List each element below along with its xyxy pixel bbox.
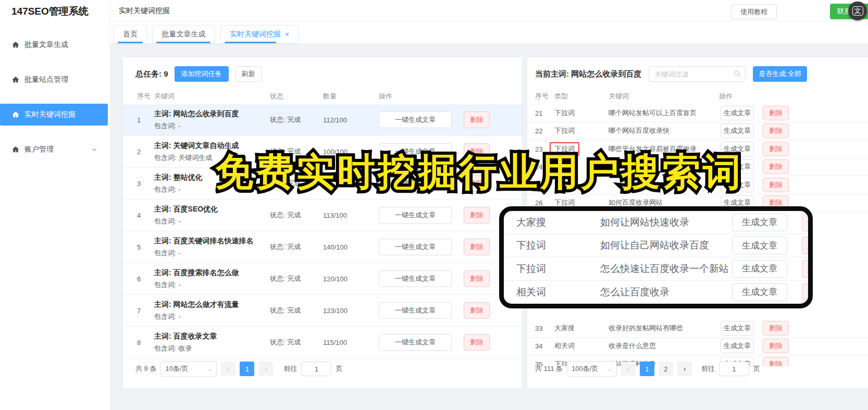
table-row[interactable]: 7 主词: 网站怎么做才有流量 包含词: - 状态: 完成 123/100 一键… — [123, 295, 522, 327]
delete-button[interactable]: 删除 — [802, 214, 813, 231]
next-page-button[interactable]: › — [677, 362, 692, 376]
table-row[interactable]: 4 主词: 百度SEO优化 包含词: - 状态: 完成 113/100 一键生成… — [123, 200, 522, 231]
home-icon — [11, 41, 20, 49]
sidebar-item-article-generate[interactable]: 批量文章生成 — [0, 34, 108, 56]
generate-article-button[interactable]: 一键生成文章 — [379, 111, 452, 128]
delete-button[interactable]: 删除 — [763, 357, 789, 366]
zoom-table-row: 相关词 怎么让百度收录 生成文章 删除 — [504, 281, 808, 304]
delete-button[interactable]: 删除 — [464, 302, 490, 319]
page-size-select[interactable]: 100条/页 ⌄ — [567, 361, 617, 377]
row-index: 22 — [535, 127, 542, 135]
delete-button[interactable]: 删除 — [763, 339, 789, 353]
row-keyword: 哪个网站发帖可以上百度首页 — [609, 108, 697, 118]
row-keyword: 怎么让百度收录 — [600, 285, 669, 299]
row-type: 相关词 — [554, 341, 575, 351]
tab-home[interactable]: 首页 — [114, 25, 147, 44]
row-index: 7 — [137, 307, 141, 315]
page-size-select[interactable]: 10条/页 ⌄ — [160, 361, 217, 377]
app-root: 147SEO管理系统 批量文章生成 批量站点管理 实时关键词挖掘 账户管理 实时… — [0, 0, 868, 410]
sidebar-item-keyword-mining[interactable]: 实时关键词挖掘 — [0, 104, 108, 126]
generate-article-button[interactable]: 生成文章 — [721, 123, 754, 138]
tab-article-generate[interactable]: 批量文章生成 — [152, 25, 215, 44]
goto-page-input[interactable] — [719, 362, 749, 376]
generate-article-button[interactable]: 生成文章 — [732, 260, 787, 278]
main-keyword: 主词: 百度搜索排名怎么做 — [154, 267, 273, 278]
sidebar-item-account[interactable]: 账户管理 — [0, 139, 108, 160]
generate-article-button[interactable]: 生成文章 — [732, 237, 787, 254]
generate-article-button[interactable]: 一键生成文章 — [379, 207, 452, 223]
delete-button[interactable]: 删除 — [763, 321, 789, 336]
row-index: 21 — [535, 109, 542, 117]
col-keyword: 关键词 — [609, 92, 629, 101]
goto-page-input[interactable] — [301, 362, 331, 376]
row-count: 120/100 — [323, 275, 348, 283]
tab-keyword-mining[interactable]: 实时关键词挖掘 × — [220, 25, 299, 44]
keyword-table-header: 序号 类型 关键词 操作 — [527, 88, 868, 104]
generate-article-button[interactable]: 一键生成文章 — [379, 302, 452, 319]
include-keyword: 包含词: - — [154, 279, 273, 290]
include-keyword: 包含词: - — [154, 247, 273, 258]
delete-button[interactable]: 删除 — [464, 111, 490, 128]
tutorial-button[interactable]: 使用教程 — [731, 4, 777, 19]
row-keyword: 怎么快速让百度收录一个新站 — [600, 262, 729, 276]
generate-article-button[interactable]: 一键生成文章 — [379, 334, 452, 351]
prev-page-button[interactable]: ‹ — [621, 362, 636, 376]
row-status: 状态: 完成 — [270, 274, 301, 283]
prev-page-button[interactable]: ‹ — [221, 362, 235, 376]
generate-article-button[interactable]: 生成文章 — [732, 283, 787, 301]
row-status: 状态: 完成 — [270, 242, 301, 252]
generate-article-button[interactable]: 生成文章 — [721, 106, 754, 120]
app-title: 147SEO管理系统 — [0, 0, 110, 18]
page-number-button[interactable]: 1 — [240, 362, 254, 376]
delete-button[interactable]: 删除 — [763, 142, 789, 156]
delete-button[interactable]: 删除 — [464, 270, 490, 287]
delete-button[interactable]: 删除 — [802, 237, 813, 254]
keyword-filter-input[interactable] — [649, 66, 746, 82]
delete-button[interactable]: 删除 — [464, 239, 490, 255]
generate-article-button[interactable]: 生成文章 — [721, 321, 754, 336]
chevron-down-icon — [91, 146, 97, 153]
table-row[interactable]: 34 相关词 收录是什么意思 生成文章 删除 — [527, 338, 868, 356]
sidebar-item-site-manage[interactable]: 批量站点管理 — [0, 69, 108, 91]
task-list-panel: 总任务: 9 添加挖词任务 刷新 序号 关键词 状态 数量 操作 1 主词: 网… — [123, 57, 522, 388]
table-row[interactable]: 6 主词: 百度搜索排名怎么做 包含词: - 状态: 完成 120/100 一键… — [123, 263, 522, 295]
delete-button[interactable]: 删除 — [763, 106, 789, 120]
delete-button[interactable]: 删除 — [802, 260, 813, 278]
next-page-button[interactable]: › — [258, 362, 273, 376]
table-row[interactable]: 22 下拉词 哪个网站百度收录快 生成文章 删除 — [527, 122, 868, 141]
table-row[interactable]: 5 主词: 百度关键词排名快速排名 包含词: - 状态: 完成 140/100 … — [123, 231, 522, 263]
table-row[interactable]: 33 大家搜 收录好的发帖网站有哪些 生成文章 删除 — [527, 319, 868, 338]
delete-button[interactable]: 删除 — [464, 207, 490, 223]
add-task-button[interactable]: 添加挖词任务 — [175, 66, 229, 82]
delete-button[interactable]: 删除 — [763, 123, 789, 138]
include-keyword: 包含词: 收录 — [154, 343, 273, 354]
chevron-down-icon: ⌄ — [207, 366, 212, 372]
row-keyword: 如何让网站快速收录 — [600, 216, 689, 229]
translate-widget-icon[interactable]: 文 — [848, 2, 867, 20]
close-icon[interactable]: × — [285, 30, 289, 39]
tab-underline — [156, 42, 210, 43]
home-icon — [11, 145, 20, 154]
generate-article-button[interactable]: 一键生成文章 — [379, 239, 452, 255]
generate-article-button[interactable]: 生成文章 — [732, 214, 787, 231]
zoom-rows: 大家搜 如何让网站快速收录 生成文章 删除 下拉词 如何让自己网站收录百度 生成… — [504, 211, 808, 304]
generate-all-button[interactable]: 是否生成:全部 — [753, 66, 807, 82]
delete-button[interactable]: 删除 — [464, 334, 490, 351]
row-index: 2 — [137, 148, 141, 156]
row-keyword: 收录是什么意思 — [609, 341, 656, 351]
delete-button[interactable]: 删除 — [802, 283, 813, 301]
delete-button[interactable]: 删除 — [763, 178, 789, 192]
delete-button[interactable]: 删除 — [763, 159, 789, 174]
col-actions: 操作 — [379, 92, 392, 101]
row-index: 5 — [137, 243, 141, 251]
generate-article-button[interactable]: 生成文章 — [721, 339, 754, 353]
table-row[interactable]: 21 下拉词 哪个网站发帖可以上百度首页 生成文章 删除 — [527, 104, 868, 122]
page-unit-label: 页 — [336, 364, 342, 374]
page-number-button[interactable]: 2 — [659, 362, 673, 376]
table-row[interactable]: 8 主词: 百度收录文章 包含词: 收录 状态: 完成 115/100 一键生成… — [123, 327, 522, 358]
generate-article-button[interactable]: 一键生成文章 — [379, 270, 452, 287]
row-index: 3 — [137, 180, 141, 188]
page-number-button[interactable]: 1 — [640, 362, 654, 376]
refresh-button[interactable]: 刷新 — [235, 66, 262, 82]
table-row[interactable]: 1 主词: 网站怎么收录到百度 包含词: - 状态: 完成 112/100 一键… — [123, 104, 522, 136]
